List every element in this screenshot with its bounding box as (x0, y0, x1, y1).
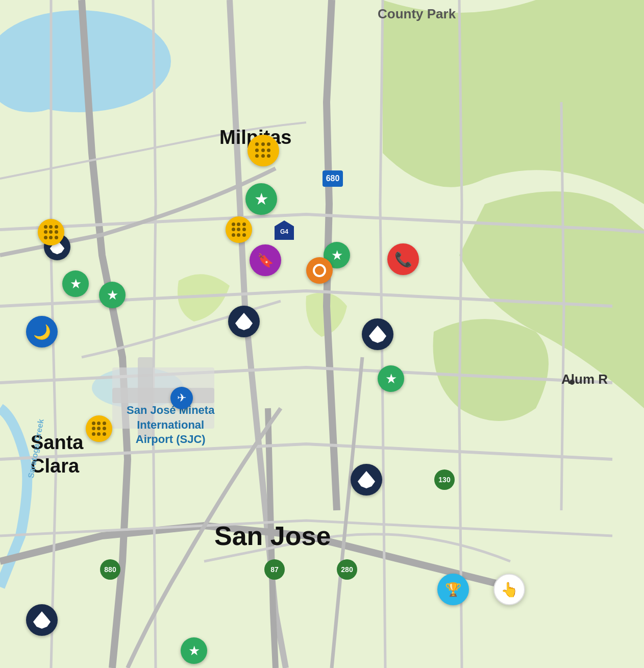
marker-star-left-1[interactable]: ★ (62, 270, 89, 297)
marker-star-upper[interactable]: ★ (245, 183, 277, 215)
star-icon: ★ (107, 287, 118, 303)
shield-87: 87 (264, 559, 285, 580)
drop-icon (33, 611, 51, 629)
cursor-icon: 👆 (501, 581, 518, 598)
dots-icon (92, 422, 106, 435)
marker-orange-bullseye[interactable] (306, 257, 333, 284)
marker-star-bottom[interactable]: ★ (181, 637, 207, 664)
marker-dots-left[interactable] (38, 219, 64, 245)
marker-drop-lower-center[interactable] (351, 464, 382, 496)
bullseye-icon (313, 264, 326, 277)
airport-marker[interactable]: ✈ (170, 387, 193, 409)
marker-drop-right-mid[interactable] (362, 318, 393, 350)
star-icon: ★ (254, 189, 269, 209)
dots-icon (255, 142, 271, 159)
marker-red-phone[interactable]: 📞 (387, 243, 419, 275)
bookmark-icon: 🔖 (257, 253, 274, 268)
svg-rect-6 (112, 388, 214, 403)
star-icon: ★ (331, 248, 343, 263)
marker-drop-center[interactable] (228, 306, 260, 337)
plane-icon: ✈ (177, 391, 186, 405)
map: San Jose Milpitas SantaClara Alum R San … (0, 0, 644, 668)
shield-880: 880 (100, 559, 120, 580)
star-icon: ★ (70, 276, 82, 292)
marker-star-left-2[interactable]: ★ (99, 282, 126, 308)
shield-280: 280 (337, 559, 357, 580)
marker-star-lower-right[interactable]: ★ (378, 365, 404, 392)
dots-icon (44, 225, 58, 239)
drop-icon (235, 313, 253, 330)
shield-680: 680 (323, 170, 343, 187)
marker-cyan-trophy[interactable]: 🏆 (437, 574, 469, 605)
star-icon: ★ (385, 371, 397, 387)
trophy-icon: 🏆 (445, 582, 461, 598)
marker-white-cursor[interactable]: 👆 (493, 574, 525, 605)
star-icon: ★ (188, 643, 200, 659)
marker-dots-milpitas[interactable] (247, 135, 279, 166)
alum-rock-dot (569, 380, 575, 385)
marker-drop-bottom-left[interactable] (26, 604, 58, 636)
dots-icon (232, 222, 245, 236)
marker-purple-bookmark[interactable]: 🔖 (250, 244, 281, 276)
drop-icon (358, 471, 375, 488)
marker-dots-mid[interactable] (226, 216, 252, 243)
moon-icon: 🌙 (33, 324, 51, 340)
phone-icon: 📞 (394, 251, 412, 268)
marker-dots-santa-clara[interactable] (86, 415, 112, 442)
marker-blue-moon[interactable]: 🌙 (26, 316, 58, 348)
drop-icon (369, 326, 386, 343)
shield-130: 130 (434, 469, 455, 490)
